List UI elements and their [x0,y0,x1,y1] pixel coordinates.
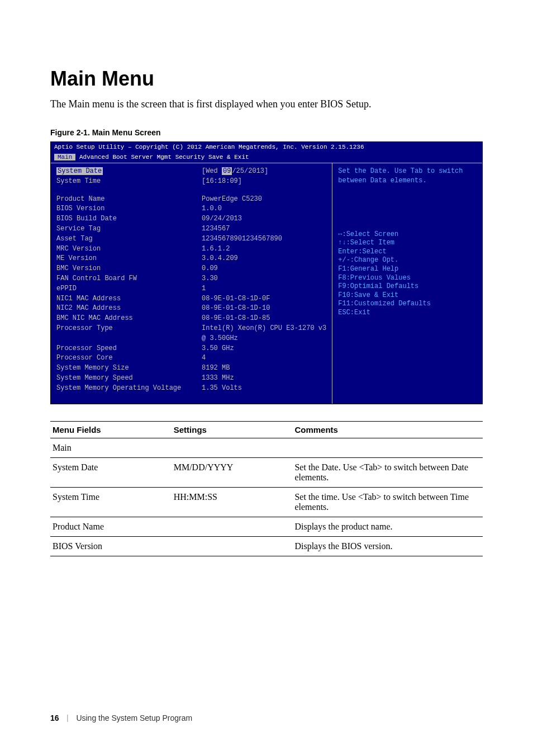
bios-field-label: Asset Tag [56,234,202,244]
page-number: 16 [50,714,59,722]
bios-field-value: 12345678901234567890 [202,234,326,244]
table-cell: Displays the product name. [292,517,483,536]
bios-field-value: 8192 MB [202,363,326,373]
bios-field-value: 08-9E-01-C8-1D-10 [202,304,326,313]
bios-nav-item: F1:General Help [338,265,477,274]
table-cell: Set the time. Use <Tab> to switch betwee… [292,487,483,517]
bios-field-label: MRC Version [56,244,202,254]
table-row: Main [50,438,483,457]
bios-field-label: BIOS Version [56,204,202,214]
bios-field-row: ME Version3.0.4.209 [56,254,326,263]
bios-field-value: 08-9E-01-C8-1D-85 [202,314,326,323]
figure-caption: Figure 2-1. Main Menu Screen [50,128,483,137]
bios-field-row: MRC Version1.6.1.2 [56,244,326,254]
bios-field-label: System Memory Size [56,363,202,373]
bios-tab-main: Main [54,154,75,160]
bios-field-label: BMC NIC MAC Address [56,314,202,323]
bios-nav-item: F8:Previous Values [338,274,477,283]
bios-field-row: NIC1 MAC Address08-9E-01-C8-1D-0F [56,294,326,304]
bios-field-label: NIC2 MAC Address [56,304,202,313]
bios-field-row: BIOS Version1.0.0 [56,204,326,214]
bios-field-row: System Date[Wed 09/25/2013] [56,167,326,176]
bios-nav-item: +/-:Change Opt. [338,256,477,265]
bios-field-row: Asset Tag12345678901234567890 [56,234,326,244]
bios-field-label: System Time [56,177,202,186]
intro-paragraph: The Main menu is the screen that is firs… [50,97,483,111]
bios-nav-item: ESC:Exit [338,309,477,318]
table-cell: Set the Date. Use <Tab> to switch betwee… [292,457,483,487]
bios-field-label [56,334,202,343]
bios-field-value: 08-9E-01-C8-1D-0F [202,294,326,304]
bios-field-row: System Time[16:18:09] [56,177,326,186]
bios-field-value: PowerEdge C5230 [202,195,326,204]
bios-field-value: 4 [202,353,326,363]
bios-field-row: FAN Control Board FW3.30 [56,274,326,284]
page-footer: 16 | Using the System Setup Program [50,714,192,722]
bios-field-row: @ 3.50GHz [56,334,326,343]
bios-field-label: NIC1 MAC Address [56,294,202,304]
bios-title-bar: Aptio Setup Utility – Copyright (C) 2012… [51,142,482,153]
bios-field-row: ePPID1 [56,284,326,294]
fields-table: Menu Fields Settings Comments MainSystem… [50,421,483,556]
page-heading: Main Menu [50,67,483,91]
table-cell: System Time [50,487,172,517]
bios-field-label: ME Version [56,254,202,263]
table-cell: BIOS Version [50,536,172,556]
bios-nav-item: F10:Save & Exit [338,291,477,300]
table-row: Product NameDisplays the product name. [50,517,483,536]
bios-field-value: 3.0.4.209 [202,254,326,263]
table-row: System DateMM/DD/YYYYSet the Date. Use <… [50,457,483,487]
bios-nav-item: F11:Customized Defaults [338,300,477,309]
bios-field-label: FAN Control Board FW [56,274,202,284]
table-row: BIOS VersionDisplays the BIOS version. [50,536,483,556]
table-cell: Product Name [50,517,172,536]
bios-field-value: Intel(R) Xeon(R) CPU E3-1270 v3 [202,324,326,333]
footer-separator: | [67,714,69,722]
bios-help-panel: Set the Date. Use Tab to switch between … [332,163,482,404]
table-cell: HH:MM:SS [172,487,293,517]
bios-menu-tabs: Main Advanced Boot Server Mgmt Security … [51,153,482,163]
bios-field-value: 1333 MHz [202,374,326,383]
bios-field-value: 1 [202,284,326,294]
footer-title: Using the System Setup Program [76,714,192,722]
table-header-comments: Comments [292,421,483,438]
bios-field-label: Processor Speed [56,344,202,353]
bios-nav-keys: ↔:Select Screen↑↓:Select ItemEnter:Selec… [338,230,477,318]
table-row: System TimeHH:MM:SSSet the time. Use <Ta… [50,487,483,517]
bios-field-row: BIOS Build Date09/24/2013 [56,214,326,224]
bios-field-value: 1.0.0 [202,204,326,214]
bios-field-label: System Date [56,167,202,176]
bios-field-value: 09/24/2013 [202,214,326,224]
table-cell [172,438,293,457]
bios-field-row: Processor Core4 [56,353,326,363]
bios-field-label: BIOS Build Date [56,214,202,224]
bios-field-row: BMC NIC MAC Address08-9E-01-C8-1D-85 [56,314,326,323]
bios-field-row: NIC2 MAC Address08-9E-01-C8-1D-10 [56,304,326,313]
bios-field-label: System Memory Speed [56,374,202,383]
table-header-settings: Settings [172,421,293,438]
bios-nav-item: Enter:Select [338,248,477,257]
table-cell [172,536,293,556]
bios-field-row: Processor TypeIntel(R) Xeon(R) CPU E3-12… [56,324,326,333]
bios-field-label: Service Tag [56,224,202,234]
bios-field-value: 3.30 [202,274,326,284]
bios-help-text: Set the Date. Use Tab to switch between … [338,167,477,186]
bios-field-label: Processor Core [56,353,202,363]
bios-field-row: System Memory Speed1333 MHz [56,374,326,383]
table-header-menu-fields: Menu Fields [50,421,172,438]
bios-field-row: Processor Speed3.50 GHz [56,344,326,353]
bios-field-value: [16:18:09] [202,177,326,186]
bios-field-value: 1234567 [202,224,326,234]
bios-field-label: System Memory Operating Voltage [56,384,202,393]
bios-nav-item: ↑↓:Select Item [338,239,477,248]
table-cell: Main [50,438,172,457]
bios-field-label: BMC Version [56,264,202,273]
bios-field-value: 1.6.1.2 [202,244,326,254]
bios-field-row: System Memory Operating Voltage1.35 Volt… [56,384,326,393]
bios-nav-item: F9:Optimial Defaults [338,282,477,291]
bios-field-row: System Memory Size8192 MB [56,363,326,373]
table-cell [172,517,293,536]
bios-field-value: 0.09 [202,264,326,273]
bios-screenshot: Aptio Setup Utility – Copyright (C) 2012… [50,141,483,404]
bios-field-label: Processor Type [56,324,202,333]
